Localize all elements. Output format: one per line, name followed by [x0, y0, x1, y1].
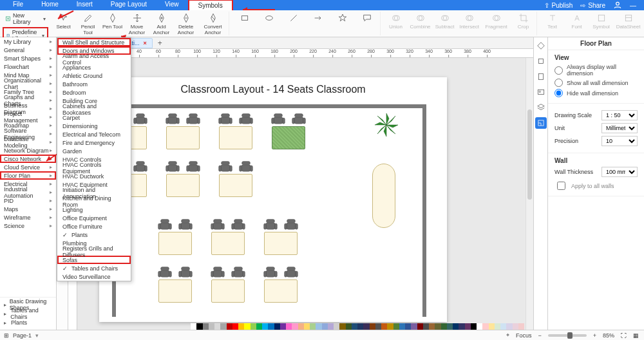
color-swatch[interactable] [322, 323, 328, 330]
canvas[interactable]: Classroom Layout - 14 Seats Classroom [77, 58, 533, 330]
desk-group[interactable] [207, 265, 249, 304]
color-swatch[interactable] [316, 323, 321, 330]
convert-anchor-tool[interactable]: Convert Anchor [200, 12, 226, 35]
submenu-alarm-and-access-control[interactable]: Alarm and Access Control [57, 55, 131, 63]
color-swatch[interactable] [251, 323, 256, 330]
submenu-office-equipment[interactable]: Office Equipment [57, 214, 131, 222]
color-swatch[interactable] [411, 323, 417, 330]
submenu-electrical-and-telecom[interactable]: Electrical and Telecom [57, 130, 131, 138]
opt-hide[interactable]: Hide wall dimension [554, 89, 638, 97]
submenu-kitchen-and-dining-room[interactable]: Kitchen and Dining Room [57, 197, 131, 205]
shape-line[interactable] [283, 12, 304, 23]
color-swatch[interactable] [352, 323, 357, 330]
focus-label[interactable]: Focus [516, 332, 532, 339]
zoom-value[interactable]: 85% [603, 332, 614, 339]
opt-always[interactable]: Always display wall dimension [554, 64, 638, 77]
desk-group[interactable] [260, 218, 301, 256]
opt-showall[interactable]: Show all wall dimension [554, 79, 638, 87]
color-swatch[interactable] [310, 323, 316, 330]
color-swatch[interactable] [506, 323, 512, 330]
lib-item-smart-shapes[interactable]: Smart Shapes▸ [0, 54, 56, 62]
color-swatch[interactable] [196, 323, 202, 330]
submenu-garden[interactable]: Garden [57, 147, 131, 155]
pencil-tool[interactable]: Pencil Tool [78, 12, 99, 35]
desk-table[interactable] [158, 279, 192, 303]
submenu-bedroom[interactable]: Bedroom [57, 88, 131, 97]
submenu-tables-and-chairs[interactable]: Tables and Chairs [57, 264, 131, 272]
lib-item-science[interactable]: Science▸ [0, 222, 56, 230]
color-swatch[interactable] [292, 323, 298, 330]
add-tab-button[interactable]: + [155, 39, 165, 48]
submenu-dimensioning[interactable]: Dimensioning [57, 122, 131, 130]
select-tool[interactable]: Select [53, 12, 74, 30]
shape-callout[interactable] [357, 12, 377, 23]
color-swatch-bar[interactable] [191, 323, 524, 330]
color-swatch[interactable] [518, 323, 524, 330]
color-swatch[interactable] [482, 323, 488, 330]
lib-item-industrial-automation[interactable]: Industrial Automation▸ [0, 188, 56, 196]
submenu-fire-and-emergency[interactable]: Fire and Emergency [57, 138, 131, 147]
desk-group[interactable] [215, 160, 256, 198]
close-button[interactable]: — [626, 2, 640, 9]
pen-tool[interactable]: Pen Tool [102, 12, 123, 30]
color-swatch[interactable] [214, 323, 220, 330]
intersect-tool[interactable]: Intersect [459, 12, 480, 30]
image-panel-icon[interactable] [535, 86, 547, 98]
submenu-cabinets-and-bookcases[interactable]: Cabinets and Bookcases [57, 105, 131, 113]
submenu-plants[interactable]: Plants [57, 231, 131, 239]
color-swatch[interactable] [429, 323, 435, 330]
delete-anchor-tool[interactable]: Delete Anchor [176, 12, 196, 35]
color-swatch[interactable] [191, 323, 196, 330]
color-swatch[interactable] [274, 323, 280, 330]
desk-group[interactable] [155, 265, 196, 304]
lib-item-database-modeling[interactable]: Database Modeling▸ [0, 138, 56, 146]
precision-select[interactable]: 10 [601, 136, 638, 146]
page-indicator-prev[interactable]: ⊞ [4, 332, 9, 339]
menu-tab-file[interactable]: File [4, 0, 32, 12]
color-swatch[interactable] [393, 323, 399, 330]
lib-sub-tables-and-chairs[interactable]: ▸Tables and Chairs [0, 309, 56, 318]
vertical-scrollbar[interactable] [526, 58, 533, 330]
drawing-scale-select[interactable]: 1 : 50 [601, 110, 638, 120]
subtract-tool[interactable]: Subtract [435, 12, 455, 30]
add-anchor-tool[interactable]: Add Anchor [151, 12, 172, 35]
color-swatch[interactable] [363, 323, 369, 330]
color-swatch[interactable] [387, 323, 393, 330]
color-swatch[interactable] [370, 323, 375, 330]
shape-ellipse[interactable] [259, 12, 279, 23]
color-swatch[interactable] [375, 323, 381, 330]
shape-arrow[interactable] [308, 12, 328, 23]
color-swatch[interactable] [495, 323, 500, 330]
fill-panel-icon[interactable] [535, 55, 547, 67]
publish-button[interactable]: ⇪Publish [540, 2, 577, 9]
close-icon[interactable]: × [144, 40, 147, 46]
lib-item-my-library[interactable]: My Library▸ [0, 37, 56, 46]
submenu-athletic-ground[interactable]: Athletic Ground [57, 71, 131, 80]
lib-item-organizational-chart[interactable]: Organizational Chart▸ [0, 79, 56, 88]
zoom-in[interactable]: + [593, 332, 596, 339]
color-swatch[interactable] [453, 323, 459, 330]
submenu-wall-shell-and-structure[interactable]: Wall Shell and Structure [57, 38, 131, 46]
submenu-hvac-controls-equipment[interactable]: HVAC Controls Equipment [57, 164, 131, 172]
layers-panel-icon[interactable] [535, 102, 547, 113]
move-anchor-tool[interactable]: Move Anchor [127, 12, 147, 35]
color-swatch[interactable] [441, 323, 447, 330]
menu-tab-page-layout[interactable]: Page Layout [102, 0, 156, 12]
lib-item-network-diagram[interactable]: Network Diagram▸ [0, 146, 56, 155]
color-swatch[interactable] [328, 323, 334, 330]
submenu-video-surveillance[interactable]: Video Surveillance [57, 272, 131, 281]
crop-tool[interactable]: Crop [513, 12, 534, 30]
desk-table[interactable] [264, 279, 298, 303]
desk-group[interactable] [162, 160, 204, 198]
floor-plan-submenu[interactable]: Wall Shell and StructureDoors and Window… [57, 37, 131, 281]
shape-rect[interactable] [234, 12, 255, 23]
color-swatch[interactable] [238, 323, 244, 330]
oval-table[interactable] [372, 164, 395, 228]
fragment-tool[interactable]: Fragment [484, 12, 509, 30]
color-swatch[interactable] [286, 323, 292, 330]
desk-table[interactable] [158, 232, 192, 255]
lib-item-maps[interactable]: Maps▸ [0, 205, 56, 213]
color-swatch[interactable] [405, 323, 411, 330]
color-swatch[interactable] [209, 323, 214, 330]
desk-group[interactable] [215, 112, 256, 151]
